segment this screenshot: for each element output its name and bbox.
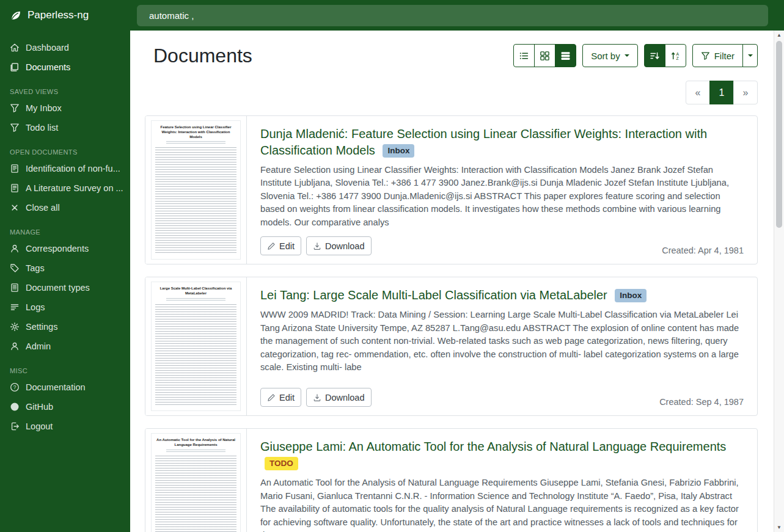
- sidebar-item-correspondents[interactable]: Correspondents: [0, 239, 130, 258]
- file-text-icon: [10, 164, 20, 173]
- person-icon: [10, 244, 20, 253]
- scroll-down-arrow-icon[interactable]: ▼: [774, 523, 784, 532]
- sidebar-item-label: Admin: [26, 341, 51, 351]
- funnel-icon: [10, 123, 20, 133]
- document-thumbnail[interactable]: An Automatic Tool for the Analysis of Na…: [145, 429, 247, 532]
- sidebar-item-close-all[interactable]: Close all: [0, 198, 130, 217]
- filter-label: Filter: [714, 51, 735, 61]
- thumbnail-title: Feature Selection using Linear Classifie…: [155, 125, 236, 139]
- sidebar-item-documents[interactable]: Documents: [0, 57, 130, 77]
- svg-text:Z: Z: [676, 56, 678, 60]
- brand-label: Paperless-ng: [27, 9, 89, 21]
- sidebar-item-dashboard[interactable]: Dashboard: [0, 38, 130, 57]
- edit-button[interactable]: Edit: [260, 236, 301, 255]
- thumbnail-authors: [166, 450, 225, 453]
- top-navbar: Paperless-ng: [0, 0, 784, 31]
- file-text-icon: [10, 283, 20, 293]
- sidebar-item-label: Documentation: [26, 382, 86, 392]
- sidebar-item-tags[interactable]: Tags: [0, 258, 130, 278]
- document-title-link[interactable]: Dunja Mladenić: Feature Selection using …: [260, 127, 707, 157]
- document-title-link[interactable]: Lei Tang: Large Scale Multi-Label Classi…: [260, 288, 607, 302]
- sidebar-item-my-inbox[interactable]: My Inbox: [0, 98, 130, 118]
- sidebar-item-label: Documents: [26, 62, 70, 72]
- created-date: Created: Apr 4, 1981: [662, 246, 744, 255]
- pagination-prev-button[interactable]: «: [686, 81, 710, 104]
- thumbnail-page: An Automatic Tool for the Analysis of Na…: [151, 433, 241, 532]
- document-card-footer: Edit Download Created: Sep 4, 1987: [260, 388, 744, 407]
- filter-dropdown-toggle[interactable]: [742, 44, 758, 67]
- sidebar-item-label: Correspondents: [26, 244, 89, 253]
- sidebar-item-logout[interactable]: Logout: [0, 417, 130, 436]
- sidebar-item-document-types[interactable]: Document types: [0, 278, 130, 297]
- sidebar-item-label: A Literature Survey on ...: [26, 183, 123, 193]
- download-button-label: Download: [325, 393, 365, 403]
- document-title-link[interactable]: Giuseppe Lami: An Automatic Tool for the…: [260, 440, 726, 453]
- detail-view-button[interactable]: [555, 44, 576, 67]
- svg-text:A: A: [676, 51, 679, 56]
- sidebar-item-admin[interactable]: Admin: [0, 337, 130, 356]
- tag-badge[interactable]: Inbox: [615, 289, 647, 302]
- download-button[interactable]: Download: [306, 388, 372, 407]
- document-card: Large Scale Multi-Label Classification v…: [145, 277, 758, 416]
- brand-link[interactable]: Paperless-ng: [0, 9, 130, 22]
- sidebar-item-label: My Inbox: [26, 103, 62, 113]
- scrollbar-thumb[interactable]: [776, 41, 782, 228]
- manage-section-title: MANAGE: [0, 217, 130, 239]
- pagination-page-1-button[interactable]: 1: [709, 81, 734, 104]
- view-toggle-group: [513, 44, 576, 67]
- sidebar-item-open-document-2[interactable]: A Literature Survey on ...: [0, 178, 130, 198]
- sidebar-item-label: Logout: [26, 421, 53, 431]
- thumbnail-title: An Automatic Tool for the Analysis of Na…: [155, 438, 236, 448]
- house-icon: [10, 43, 20, 53]
- list-view-button[interactable]: [513, 44, 535, 67]
- filter-split-button: Filter: [692, 44, 758, 67]
- edit-button-label: Edit: [279, 241, 295, 251]
- sidebar-item-todo-list[interactable]: Todo list: [0, 118, 130, 137]
- filter-button[interactable]: Filter: [692, 44, 743, 67]
- sort-direction-group: AZ: [644, 44, 686, 67]
- pagination-next-button[interactable]: »: [733, 81, 758, 104]
- sidebar-item-label: Dashboard: [26, 43, 69, 53]
- document-thumbnail[interactable]: Large Scale Multi-Label Classification v…: [145, 277, 247, 415]
- document-card: An Automatic Tool for the Analysis of Na…: [145, 428, 758, 532]
- question-circle-icon: ?: [10, 382, 20, 392]
- github-icon: [10, 402, 20, 412]
- sidebar-item-github[interactable]: GitHub: [0, 397, 130, 417]
- thumbnail-page: Feature Selection using Linear Classifie…: [151, 120, 241, 260]
- download-icon: [313, 393, 321, 402]
- document-card-body: Giuseppe Lami: An Automatic Tool for the…: [247, 429, 757, 532]
- funnel-icon: [10, 103, 20, 113]
- document-actions: Edit Download: [260, 388, 372, 407]
- global-search-input[interactable]: [137, 5, 768, 26]
- sidebar-item-label: Logs: [26, 302, 45, 312]
- vertical-scrollbar: ▲ ▼: [774, 31, 784, 532]
- sidebar-item-label: Identification of non-fu...: [26, 164, 120, 173]
- document-excerpt: Feature Selection using Linear Classifie…: [260, 164, 744, 229]
- saved-views-section-title: SAVED VIEWS: [0, 77, 130, 98]
- document-excerpt: WWW 2009 MADRID! Track: Data Mining / Se…: [260, 308, 744, 374]
- created-date: Created: Sep 4, 1987: [659, 397, 744, 407]
- document-card-footer: Edit Download Created: Apr 4, 1981: [260, 236, 744, 255]
- sidebar-item-settings[interactable]: Settings: [0, 317, 130, 337]
- sort-descending-button[interactable]: [644, 44, 665, 67]
- document-thumbnail[interactable]: Feature Selection using Linear Classifie…: [145, 116, 247, 264]
- download-button[interactable]: Download: [306, 236, 372, 255]
- tag-badge[interactable]: TODO: [265, 457, 298, 470]
- download-button-label: Download: [325, 241, 365, 251]
- thumbnail-authors: [166, 141, 225, 145]
- tag-icon: [10, 263, 20, 273]
- document-card-body: Lei Tang: Large Scale Multi-Label Classi…: [247, 277, 757, 415]
- sidebar-item-logs[interactable]: Logs: [0, 297, 130, 317]
- door-arrow-icon: [10, 421, 20, 431]
- person-icon: [10, 341, 20, 351]
- edit-button[interactable]: Edit: [260, 388, 301, 407]
- sort-by-dropdown[interactable]: Sort by: [582, 44, 638, 67]
- tag-badge[interactable]: Inbox: [383, 144, 414, 158]
- sort-alphabetical-button[interactable]: AZ: [665, 44, 686, 67]
- list-details-icon: [560, 51, 571, 61]
- sidebar-item-open-document-1[interactable]: Identification of non-fu...: [0, 159, 130, 178]
- scroll-up-arrow-icon[interactable]: ▲: [774, 31, 784, 40]
- grid-view-button[interactable]: [534, 44, 555, 67]
- sidebar-item-documentation[interactable]: ? Documentation: [0, 377, 130, 397]
- open-documents-section-title: OPEN DOCUMENTS: [0, 137, 130, 159]
